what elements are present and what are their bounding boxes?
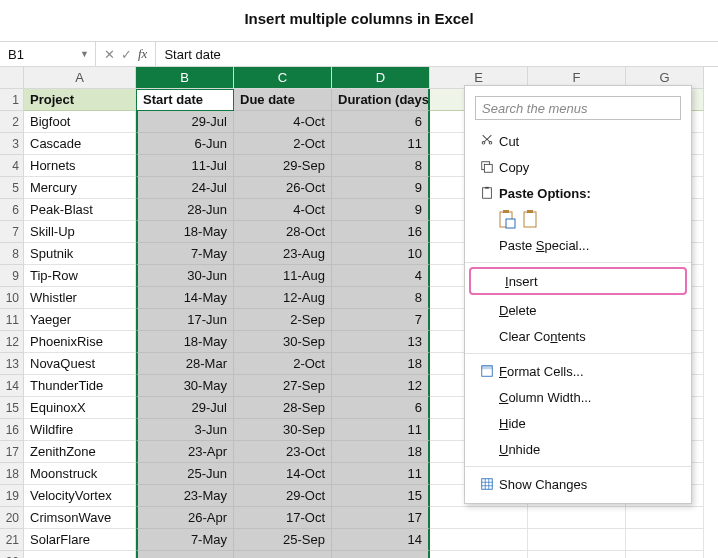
menu-item-insert[interactable]: Insert bbox=[469, 267, 687, 295]
cell-B21[interactable]: 7-May bbox=[136, 529, 234, 551]
row-header[interactable]: 10 bbox=[0, 287, 24, 309]
cell-C14[interactable]: 27-Sep bbox=[234, 375, 332, 397]
row-header[interactable]: 6 bbox=[0, 199, 24, 221]
cell-D6[interactable]: 9 bbox=[332, 199, 430, 221]
cell-A22[interactable] bbox=[24, 551, 136, 558]
cell-C22[interactable] bbox=[234, 551, 332, 558]
cell-B1[interactable]: Start date bbox=[136, 89, 234, 111]
accept-formula-icon[interactable]: ✓ bbox=[121, 47, 132, 62]
cell-C11[interactable]: 2-Sep bbox=[234, 309, 332, 331]
cell-C16[interactable]: 30-Sep bbox=[234, 419, 332, 441]
cell-D16[interactable]: 11 bbox=[332, 419, 430, 441]
column-header-A[interactable]: A bbox=[24, 67, 136, 89]
cell-G21[interactable] bbox=[626, 529, 704, 551]
cell-A11[interactable]: Yaeger bbox=[24, 309, 136, 331]
cell-C19[interactable]: 29-Oct bbox=[234, 485, 332, 507]
cell-A20[interactable]: CrimsonWave bbox=[24, 507, 136, 529]
cell-D11[interactable]: 7 bbox=[332, 309, 430, 331]
cell-D13[interactable]: 18 bbox=[332, 353, 430, 375]
row-header[interactable]: 7 bbox=[0, 221, 24, 243]
row-header[interactable]: 12 bbox=[0, 331, 24, 353]
menu-item-cut[interactable]: Cut bbox=[465, 128, 691, 154]
row-header[interactable]: 21 bbox=[0, 529, 24, 551]
row-header[interactable]: 4 bbox=[0, 155, 24, 177]
cell-E22[interactable] bbox=[430, 551, 528, 558]
menu-item-paste-options[interactable]: Paste Options: bbox=[465, 180, 691, 206]
menu-item-copy[interactable]: Copy bbox=[465, 154, 691, 180]
cell-A21[interactable]: SolarFlare bbox=[24, 529, 136, 551]
menu-item-unhide[interactable]: Unhide bbox=[465, 436, 691, 462]
cell-A3[interactable]: Cascade bbox=[24, 133, 136, 155]
row-header[interactable]: 13 bbox=[0, 353, 24, 375]
fx-icon[interactable]: fx bbox=[138, 46, 147, 62]
row-header[interactable]: 2 bbox=[0, 111, 24, 133]
cell-A17[interactable]: ZenithZone bbox=[24, 441, 136, 463]
cell-B13[interactable]: 28-Mar bbox=[136, 353, 234, 375]
cell-C20[interactable]: 17-Oct bbox=[234, 507, 332, 529]
menu-item-hide[interactable]: Hide bbox=[465, 410, 691, 436]
row-header[interactable]: 11 bbox=[0, 309, 24, 331]
menu-item-paste-special[interactable]: Paste Special... bbox=[465, 232, 691, 258]
cell-B17[interactable]: 23-Apr bbox=[136, 441, 234, 463]
cell-C21[interactable]: 25-Sep bbox=[234, 529, 332, 551]
cell-B5[interactable]: 24-Jul bbox=[136, 177, 234, 199]
cell-A9[interactable]: Tip-Row bbox=[24, 265, 136, 287]
cell-A5[interactable]: Mercury bbox=[24, 177, 136, 199]
cell-D21[interactable]: 14 bbox=[332, 529, 430, 551]
row-header[interactable]: 22 bbox=[0, 551, 24, 558]
cell-C9[interactable]: 11-Aug bbox=[234, 265, 332, 287]
row-header[interactable]: 19 bbox=[0, 485, 24, 507]
cell-G20[interactable] bbox=[626, 507, 704, 529]
cell-C17[interactable]: 23-Oct bbox=[234, 441, 332, 463]
menu-item-show-changes[interactable]: Show Changes bbox=[465, 471, 691, 497]
cell-D9[interactable]: 4 bbox=[332, 265, 430, 287]
cell-D3[interactable]: 11 bbox=[332, 133, 430, 155]
menu-item-clear-contents[interactable]: Clear Contents bbox=[465, 323, 691, 349]
cell-B16[interactable]: 3-Jun bbox=[136, 419, 234, 441]
cell-A2[interactable]: Bigfoot bbox=[24, 111, 136, 133]
cell-C5[interactable]: 26-Oct bbox=[234, 177, 332, 199]
cell-D10[interactable]: 8 bbox=[332, 287, 430, 309]
cell-C12[interactable]: 30-Sep bbox=[234, 331, 332, 353]
cell-A4[interactable]: Hornets bbox=[24, 155, 136, 177]
cell-C13[interactable]: 2-Oct bbox=[234, 353, 332, 375]
row-header[interactable]: 3 bbox=[0, 133, 24, 155]
cell-C10[interactable]: 12-Aug bbox=[234, 287, 332, 309]
cell-C1[interactable]: Due date bbox=[234, 89, 332, 111]
row-header[interactable]: 5 bbox=[0, 177, 24, 199]
cell-B18[interactable]: 25-Jun bbox=[136, 463, 234, 485]
row-header[interactable]: 17 bbox=[0, 441, 24, 463]
cell-A12[interactable]: PhoenixRise bbox=[24, 331, 136, 353]
row-header[interactable]: 20 bbox=[0, 507, 24, 529]
cell-B10[interactable]: 14-May bbox=[136, 287, 234, 309]
cell-D20[interactable]: 17 bbox=[332, 507, 430, 529]
cell-B8[interactable]: 7-May bbox=[136, 243, 234, 265]
cell-D12[interactable]: 13 bbox=[332, 331, 430, 353]
cell-E20[interactable] bbox=[430, 507, 528, 529]
cell-C8[interactable]: 23-Aug bbox=[234, 243, 332, 265]
cell-A19[interactable]: VelocityVortex bbox=[24, 485, 136, 507]
cell-B14[interactable]: 30-May bbox=[136, 375, 234, 397]
cell-D7[interactable]: 16 bbox=[332, 221, 430, 243]
cell-D5[interactable]: 9 bbox=[332, 177, 430, 199]
row-header[interactable]: 1 bbox=[0, 89, 24, 111]
cell-B19[interactable]: 23-May bbox=[136, 485, 234, 507]
cell-F20[interactable] bbox=[528, 507, 626, 529]
cell-A16[interactable]: Wildfire bbox=[24, 419, 136, 441]
row-header[interactable]: 8 bbox=[0, 243, 24, 265]
cell-D15[interactable]: 6 bbox=[332, 397, 430, 419]
name-box[interactable]: B1 ▼ bbox=[0, 42, 96, 66]
column-header-C[interactable]: C bbox=[234, 67, 332, 89]
row-header[interactable]: 16 bbox=[0, 419, 24, 441]
cell-C15[interactable]: 28-Sep bbox=[234, 397, 332, 419]
cell-B11[interactable]: 17-Jun bbox=[136, 309, 234, 331]
cell-A7[interactable]: Skill-Up bbox=[24, 221, 136, 243]
cell-D22[interactable] bbox=[332, 551, 430, 558]
formula-input[interactable]: Start date bbox=[156, 47, 718, 62]
menu-search-input[interactable]: Search the menus bbox=[475, 96, 681, 120]
cell-A6[interactable]: Peak-Blast bbox=[24, 199, 136, 221]
cell-B7[interactable]: 18-May bbox=[136, 221, 234, 243]
row-header[interactable]: 18 bbox=[0, 463, 24, 485]
cell-A8[interactable]: Sputnik bbox=[24, 243, 136, 265]
cell-A13[interactable]: NovaQuest bbox=[24, 353, 136, 375]
